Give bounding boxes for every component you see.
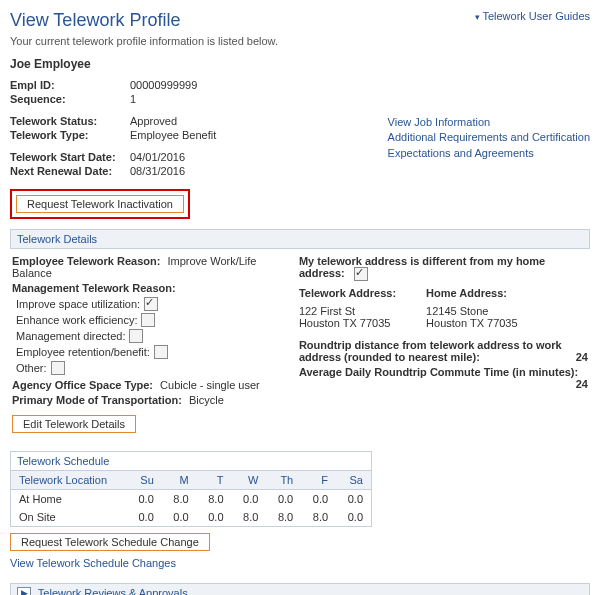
mgmt-reason-label: Management Telework Reason: [12, 282, 176, 294]
transport-label: Primary Mode of Transportation: [12, 394, 182, 406]
schedule-header: Telework Schedule [11, 452, 371, 470]
chk-other-label: Other: [16, 362, 47, 374]
roundtrip-value: 24 [576, 351, 588, 363]
chk-space-label: Improve space utilization: [16, 298, 140, 310]
schedule-box: Telework Schedule Telework Location Su M… [10, 451, 372, 527]
chk-other [51, 361, 65, 375]
col-m[interactable]: M [162, 471, 197, 490]
renewal-label: Next Renewal Date: [10, 165, 130, 177]
row1-th: 8.0 [266, 508, 301, 526]
row1-w: 8.0 [232, 508, 267, 526]
col-f[interactable]: F [301, 471, 336, 490]
col-su[interactable]: Su [127, 471, 162, 490]
col-th[interactable]: Th [266, 471, 301, 490]
reviews-header[interactable]: ▶ Telework Reviews & Approvals [10, 583, 590, 595]
empl-id-value: 00000999999 [130, 79, 197, 91]
inactivation-highlight: Request Telework Inactivation [10, 189, 190, 219]
chk-space [144, 297, 158, 311]
col-t[interactable]: T [197, 471, 232, 490]
table-row: On Site 0.0 0.0 0.0 8.0 8.0 8.0 0.0 [11, 508, 371, 526]
schedule-table: Telework Location Su M T W Th F Sa At Ho… [11, 470, 371, 526]
office-type-value: Cubicle - single user [160, 379, 260, 391]
emp-reason-label: Employee Telework Reason: [12, 255, 160, 267]
page-title: View Telework Profile [10, 10, 180, 31]
transport-value: Bicycle [189, 394, 224, 406]
view-job-link[interactable]: View Job Information [388, 115, 590, 130]
commute-value: 24 [576, 378, 588, 390]
status-value: Approved [130, 115, 177, 127]
row1-t: 0.0 [197, 508, 232, 526]
chk-retention [154, 345, 168, 359]
row0-w: 0.0 [232, 490, 267, 509]
telework-addr-line2: Houston TX 77035 [299, 317, 396, 329]
user-guides-link[interactable]: Telework User Guides [475, 10, 590, 22]
row0-su: 0.0 [127, 490, 162, 509]
chk-diff-addr [354, 267, 368, 281]
start-value: 04/01/2016 [130, 151, 185, 163]
type-value: Employee Benefit [130, 129, 216, 141]
chk-efficiency-label: Enhance work efficiency: [16, 314, 137, 326]
col-location[interactable]: Telework Location [11, 471, 127, 490]
telework-addr-label: Telework Address: [299, 287, 396, 299]
requirements-link[interactable]: Additional Requirements and Certificatio… [388, 130, 590, 145]
type-label: Telework Type: [10, 129, 130, 141]
chk-efficiency [141, 313, 155, 327]
col-sa[interactable]: Sa [336, 471, 371, 490]
employee-name: Joe Employee [10, 57, 590, 71]
edit-details-button[interactable]: Edit Telework Details [12, 415, 136, 433]
telework-details-header: Telework Details [10, 229, 590, 249]
reviews-title: Telework Reviews & Approvals [38, 587, 188, 595]
start-label: Telework Start Date: [10, 151, 130, 163]
expectations-link[interactable]: Expectations and Agreements [388, 146, 590, 161]
roundtrip-label: Roundtrip distance from telework address… [299, 339, 562, 363]
empl-id-label: Empl ID: [10, 79, 130, 91]
page-subtitle: Your current telework profile informatio… [10, 35, 590, 47]
chk-directed-label: Management directed: [16, 330, 125, 342]
home-addr-label: Home Address: [426, 287, 518, 299]
row1-su: 0.0 [127, 508, 162, 526]
home-addr-line2: Houston TX 77035 [426, 317, 518, 329]
chk-directed [129, 329, 143, 343]
row0-t: 8.0 [197, 490, 232, 509]
commute-label: Average Daily Roundtrip Commute Time (in… [299, 366, 578, 378]
row0-f: 0.0 [301, 490, 336, 509]
telework-addr-line1: 122 First St [299, 305, 396, 317]
row0-loc: At Home [11, 490, 127, 509]
diff-addr-label: My telework address is different from my… [299, 255, 545, 279]
expand-icon: ▶ [17, 587, 31, 595]
request-inactivation-button[interactable]: Request Telework Inactivation [16, 195, 184, 213]
office-type-label: Agency Office Space Type: [12, 379, 153, 391]
table-row: At Home 0.0 8.0 8.0 0.0 0.0 0.0 0.0 [11, 490, 371, 509]
request-schedule-button[interactable]: Request Telework Schedule Change [10, 533, 210, 551]
row0-m: 8.0 [162, 490, 197, 509]
renewal-value: 08/31/2016 [130, 165, 185, 177]
row0-th: 0.0 [266, 490, 301, 509]
status-label: Telework Status: [10, 115, 130, 127]
home-addr-line1: 12145 Stone [426, 305, 518, 317]
view-schedule-changes-link[interactable]: View Telework Schedule Changes [10, 557, 176, 569]
chk-retention-label: Employee retention/benefit: [16, 346, 150, 358]
row1-loc: On Site [11, 508, 127, 526]
sequence-value: 1 [130, 93, 136, 105]
col-w[interactable]: W [232, 471, 267, 490]
row0-sa: 0.0 [336, 490, 371, 509]
row1-f: 8.0 [301, 508, 336, 526]
row1-m: 0.0 [162, 508, 197, 526]
row1-sa: 0.0 [336, 508, 371, 526]
sequence-label: Sequence: [10, 93, 130, 105]
